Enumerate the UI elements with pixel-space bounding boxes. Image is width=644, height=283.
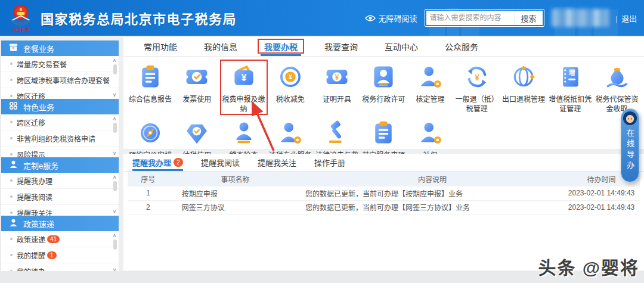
main-tab[interactable]: 常用功能 bbox=[143, 37, 178, 56]
sidebar-item[interactable]: 提醒我办理 bbox=[1, 173, 119, 189]
feature-item[interactable]: 税务代保管资金收取 bbox=[594, 64, 640, 114]
sidebar-section-label: 定制e服务 bbox=[23, 160, 58, 171]
bullet-icon bbox=[10, 179, 13, 182]
scroll-up-icon[interactable]: ∧ bbox=[111, 57, 118, 63]
scroll-down-icon[interactable]: ∨ bbox=[111, 209, 118, 214]
scrollbar-thumb[interactable] bbox=[113, 64, 117, 74]
misc-icon bbox=[370, 120, 397, 148]
sidebar-item[interactable]: 增量房交易套餐 bbox=[1, 56, 119, 72]
table-row: 2网签三方协议您的数据已更新，当前可办理【网签三方协议】业务2023-02-01… bbox=[128, 200, 640, 214]
sidebar-item[interactable]: 跨区迁移 bbox=[1, 88, 119, 99]
feature-grid-row: 综合信息报告发票使用¥税费申报及缴纳¥税收减免¥证明开具税务行政许可核定管理¥一… bbox=[123, 64, 644, 114]
table-cell: 按期应申报 bbox=[169, 186, 302, 200]
sidebar-item-label: 我的待办 bbox=[17, 266, 45, 272]
feature-item[interactable]: ¥税收减免 bbox=[267, 64, 314, 114]
feature-item[interactable]: ¥证明开具 bbox=[314, 64, 360, 114]
feature-label: 税收减免 bbox=[275, 95, 306, 105]
sidebar-section-header[interactable]: 定制e服务 bbox=[1, 157, 119, 173]
feature-label: 税费申报及缴纳 bbox=[221, 95, 267, 114]
scrollbar-thumb[interactable] bbox=[113, 181, 117, 191]
reminder-table: 序号事项名称内容说明待办时间 1按期应申报您的数据已更新，当前可办理【按期应申报… bbox=[128, 172, 640, 214]
sidebar-item[interactable]: 跨区域涉税事项综合办理套餐 bbox=[1, 72, 119, 88]
feature-item[interactable]: 增增值税抵扣凭证管理 bbox=[547, 64, 593, 114]
sidebar-item[interactable]: 风险提示 bbox=[1, 147, 119, 157]
main-tab[interactable]: 公众服务 bbox=[444, 37, 479, 56]
sidebar-section-header[interactable]: 特色业务 bbox=[1, 99, 119, 114]
eye-icon bbox=[365, 15, 376, 21]
logout-button[interactable]: |退出 bbox=[616, 13, 637, 24]
scroll-down-icon[interactable]: ∨ bbox=[111, 150, 118, 156]
scrollbar-thumb[interactable] bbox=[113, 123, 117, 133]
feature-item[interactable]: 发票使用 bbox=[174, 64, 220, 114]
sidebar-item[interactable]: 非营利组织免税资格申请 bbox=[1, 130, 119, 147]
table-cell: 2023-02-01 14:49:43 bbox=[563, 200, 640, 214]
user-icon bbox=[9, 218, 18, 229]
table-cell: 2023-02-01 14:49:43 bbox=[563, 186, 640, 200]
certificate-icon: ¥ bbox=[324, 64, 350, 92]
voucher-icon: 增 bbox=[557, 64, 583, 92]
sidebar-item[interactable]: 提醒我阅读 bbox=[1, 189, 119, 205]
sidebar-item-label: 政策速递 bbox=[17, 234, 45, 244]
sidebar-item[interactable]: 政策速递41 bbox=[1, 231, 119, 247]
search-button[interactable]: 搜索 bbox=[515, 11, 543, 25]
refund-icon: ¥ bbox=[464, 64, 490, 92]
feature-item[interactable]: 核定管理 bbox=[407, 64, 454, 114]
sidebar-item-label: 跨区迁移 bbox=[17, 91, 45, 99]
feature-item[interactable]: 税务行政许可 bbox=[360, 64, 407, 114]
sidebar-section-header[interactable]: 政策速递 bbox=[1, 216, 119, 231]
permit-icon bbox=[370, 64, 397, 92]
package-icon bbox=[9, 43, 18, 54]
main-tab[interactable]: 我要办税 bbox=[263, 37, 299, 56]
feature-label: 出口退税管理 bbox=[501, 95, 546, 105]
scroll-down-icon[interactable]: ∨ bbox=[111, 267, 118, 271]
feature-label: 税务行政许可 bbox=[361, 95, 406, 105]
sidebar-item-label: 非营利组织免税资格申请 bbox=[17, 133, 95, 144]
feature-item[interactable]: 出口退税管理 bbox=[500, 64, 547, 114]
search-input[interactable] bbox=[426, 11, 515, 25]
svg-text:增: 增 bbox=[569, 69, 575, 76]
reminder-tab[interactable]: 提醒我关注 bbox=[258, 154, 296, 171]
column-header: 事项名称 bbox=[169, 172, 302, 186]
table-cell: 您的数据已更新，当前可办理【网签三方协议】业务 bbox=[302, 200, 563, 214]
tax-bureau-logo: 中国税务 bbox=[7, 3, 35, 33]
bullet-icon bbox=[10, 195, 13, 198]
table-header-row: 序号事项名称内容说明待办时间 bbox=[128, 172, 640, 186]
sidebar-item[interactable]: 跨区迁移 bbox=[1, 114, 119, 130]
agency-icon bbox=[277, 120, 304, 148]
main-tab[interactable]: 我的信息 bbox=[203, 37, 239, 56]
scroll-up-icon[interactable]: ∧ bbox=[111, 232, 118, 238]
bullet-icon bbox=[10, 79, 13, 81]
sidebar-section-label: 套餐业务 bbox=[23, 43, 54, 54]
notification-badge: 41 bbox=[47, 235, 60, 243]
svg-text:¥: ¥ bbox=[289, 74, 292, 80]
table-cell: 网签三方协议 bbox=[169, 200, 302, 214]
sidebar-item[interactable]: 我的待办 bbox=[1, 263, 119, 271]
scroll-up-icon[interactable]: ∧ bbox=[111, 174, 118, 180]
scroll-down-icon[interactable]: ∨ bbox=[111, 92, 118, 98]
sidebar-section-items: 跨区迁移非营利组织免税资格申请风险提示∧∨ bbox=[1, 114, 119, 157]
main-tab[interactable]: 我要查询 bbox=[323, 37, 359, 56]
online-guide-floating-bar[interactable]: 在线导办 bbox=[621, 108, 639, 182]
column-header: 序号 bbox=[128, 172, 169, 186]
sidebar-item[interactable]: 提醒我关注 bbox=[1, 205, 119, 216]
feature-label: 一般退（抵）税管理 bbox=[454, 95, 500, 114]
main-tab[interactable]: 互动中心 bbox=[383, 37, 419, 56]
accessibility-toggle[interactable]: 无障碍阅读 bbox=[365, 13, 417, 24]
table-cell: 您的数据已更新，当前可办理【按期应申报】业务 bbox=[302, 186, 563, 200]
reminder-tab[interactable]: 提醒我办理2 bbox=[132, 154, 183, 171]
sidebar-section-header[interactable]: 套餐业务 bbox=[1, 41, 119, 56]
feature-item[interactable]: 综合信息报告 bbox=[127, 64, 174, 114]
sidebar-item[interactable]: 我的提醒1 bbox=[1, 247, 119, 263]
globe-icon bbox=[510, 64, 537, 92]
inspect-icon bbox=[231, 120, 257, 148]
sidebar: 套餐业务增量房交易套餐跨区域涉税事项综合办理套餐跨区迁移∧∨特色业务跨区迁移非营… bbox=[1, 41, 119, 271]
scrollbar-thumb[interactable] bbox=[113, 240, 117, 250]
sidebar-item-label: 提醒我关注 bbox=[17, 208, 52, 216]
feature-label: 证明开具 bbox=[321, 95, 352, 105]
feature-item[interactable]: ¥税费申报及缴纳 bbox=[221, 64, 267, 114]
accessibility-label: 无障碍阅读 bbox=[379, 13, 417, 24]
reminder-tab[interactable]: 操作手册 bbox=[314, 154, 345, 171]
feature-item[interactable]: ¥一般退（抵）税管理 bbox=[454, 64, 500, 114]
scroll-up-icon[interactable]: ∧ bbox=[111, 116, 118, 122]
reminder-tab[interactable]: 提醒我阅读 bbox=[201, 154, 240, 171]
